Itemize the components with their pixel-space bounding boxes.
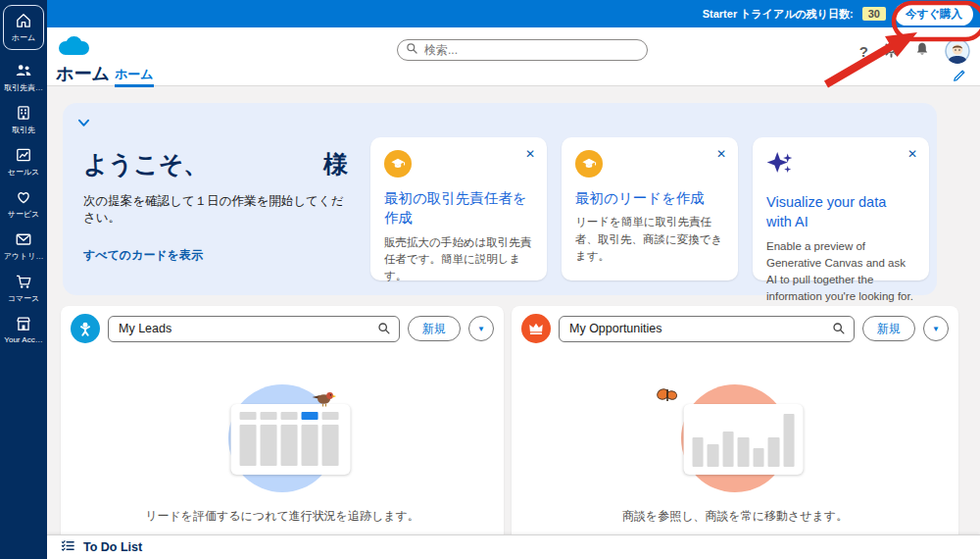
- opportunity-object-icon: [521, 314, 551, 343]
- storefront-icon: [15, 315, 32, 332]
- main-content: ようこそ、 様 次の提案を確認して１日の作業を開始してください。 すべてのカード…: [47, 86, 980, 559]
- welcome-title-suffix: 様: [323, 148, 348, 180]
- trial-days-badge: 30: [862, 7, 886, 21]
- butterfly-illustration: [657, 386, 680, 410]
- bell-icon[interactable]: [914, 41, 930, 61]
- global-search[interactable]: [397, 39, 648, 61]
- promo-card-title[interactable]: Visualize your data with AI: [766, 192, 915, 232]
- home-icon: [15, 12, 32, 29]
- my-opportunities-card: 新規 ▼ 商談を参照し、商談を常に移動させます。 レポートの表示 数: [512, 306, 958, 551]
- promo-card-body: リードを簡単に取引先責任者、取引先、商談に変換できます。: [575, 214, 724, 265]
- search-icon: [377, 322, 391, 339]
- tab-home[interactable]: ホーム: [115, 68, 154, 87]
- cart-icon: [15, 273, 32, 290]
- close-icon[interactable]: ✕: [907, 147, 917, 161]
- app-title: ホーム: [56, 62, 110, 85]
- task-list-icon: [61, 538, 75, 557]
- leads-kanban-graphic: [231, 404, 351, 475]
- leads-more-actions-button[interactable]: ▼: [468, 316, 494, 341]
- user-avatar[interactable]: [945, 38, 970, 64]
- contacts-icon: [15, 62, 32, 79]
- welcome-title: ようこそ、 様: [83, 148, 348, 180]
- search-icon: [406, 41, 418, 59]
- welcome-text-block: ようこそ、 様 次の提案を確認して１日の作業を開始してください。 すべてのカード…: [83, 148, 348, 264]
- promo-card-visualize-ai: ✕ Visualize your data with AI Enable a p…: [753, 137, 929, 280]
- sidebar-item-label: Your Acc…: [4, 335, 42, 344]
- opportunities-listview-combobox[interactable]: [559, 316, 855, 342]
- app-navigation-sidebar: ホーム 取引先責… 取引先 セールス サービス: [0, 0, 47, 559]
- graduation-cap-icon: [575, 150, 603, 178]
- my-opportunities-header: 新規 ▼: [512, 306, 958, 349]
- sidebar-item-label: 取引先責…: [4, 82, 43, 93]
- sparkles-icon: [766, 164, 794, 180]
- trial-banner: Starter トライアルの残り日数: 30 今すぐ購入: [47, 0, 980, 27]
- chart-frame-icon: [15, 146, 32, 164]
- chevron-down-icon[interactable]: [77, 115, 90, 132]
- leads-listview-combobox[interactable]: [108, 316, 400, 342]
- promo-card-title[interactable]: 最初の取引先責任者を作成: [384, 188, 533, 229]
- promo-card-title[interactable]: 最初のリードを作成: [575, 188, 724, 208]
- welcome-subtitle: 次の提案を確認して１日の作業を開始してください。: [83, 193, 348, 227]
- show-all-cards-link[interactable]: すべてのカードを表示: [83, 247, 348, 264]
- bird-illustration: [312, 388, 337, 411]
- chevron-down-icon: ▼: [932, 325, 940, 333]
- my-leads-card: 新規 ▼ リードを評価するにつれて進行状況を追跡します。 レポートの表示 数分前…: [61, 306, 504, 551]
- trial-days-label: Starter トライアルの残り日数:: [703, 7, 854, 22]
- opportunities-more-actions-button[interactable]: ▼: [923, 316, 949, 341]
- salesforce-cloud-logo: [56, 34, 91, 63]
- buy-now-button[interactable]: 今すぐ購入: [895, 3, 973, 25]
- lead-object-icon: [71, 314, 100, 343]
- sidebar-item-contacts[interactable]: 取引先責…: [3, 62, 44, 93]
- sidebar-item-label: ホーム: [12, 32, 35, 43]
- opportunities-empty-state-caption: 商談を参照し、商談を常に移動させます。: [512, 508, 958, 525]
- sidebar-item-label: コマース: [8, 293, 40, 304]
- edit-page-pencil-icon[interactable]: [953, 69, 966, 86]
- welcome-panel: ようこそ、 様 次の提案を確認して１日の作業を開始してください。 すべてのカード…: [63, 103, 937, 295]
- promo-card-create-contact: ✕ 最初の取引先責任者を作成 販売拡大の手始めは取引先責任者です。簡単に説明しま…: [370, 137, 547, 280]
- sidebar-item-your-account[interactable]: Your Acc…: [3, 315, 44, 344]
- gear-icon[interactable]: [883, 41, 900, 62]
- search-input[interactable]: [424, 43, 639, 57]
- leads-empty-state-caption: リードを評価するにつれて進行状況を追跡します。: [61, 508, 504, 525]
- header-utility-icons: ?: [859, 38, 970, 64]
- search-icon: [832, 322, 846, 339]
- building-icon: [15, 104, 32, 122]
- sidebar-item-label: サービス: [8, 209, 40, 220]
- leads-listview-input[interactable]: [109, 322, 399, 335]
- opportunities-listview-input[interactable]: [560, 322, 854, 335]
- sidebar-item-label: 取引先: [12, 125, 35, 135]
- envelope-icon: [15, 230, 32, 248]
- close-icon[interactable]: ✕: [525, 147, 535, 161]
- sidebar-item-commerce[interactable]: コマース: [3, 273, 44, 304]
- leads-new-button[interactable]: 新規: [408, 316, 461, 341]
- todo-list-label: To Do List: [83, 540, 142, 554]
- welcome-title-prefix: ようこそ、: [83, 148, 208, 180]
- sidebar-item-service[interactable]: サービス: [3, 188, 44, 220]
- promo-card-body: Enable a preview of Generative Canvas an…: [766, 238, 915, 306]
- opportunities-new-button[interactable]: 新規: [862, 316, 915, 341]
- sidebar-item-home[interactable]: ホーム: [3, 5, 44, 50]
- promo-card-create-lead: ✕ 最初のリードを作成 リードを簡単に取引先責任者、取引先、商談に変換できます。: [562, 137, 738, 280]
- sidebar-item-outreach[interactable]: アウトリ…: [3, 230, 44, 262]
- close-icon[interactable]: ✕: [716, 147, 726, 161]
- leads-empty-state-illustration: [61, 384, 504, 494]
- help-icon[interactable]: ?: [859, 43, 868, 60]
- sidebar-item-sales[interactable]: セールス: [3, 146, 44, 178]
- graduation-cap-icon: [384, 150, 412, 178]
- opportunities-empty-state-illustration: [512, 384, 958, 494]
- sidebar-item-label: アウトリ…: [4, 251, 44, 262]
- opportunities-barchart-graphic: [684, 404, 804, 475]
- heart-icon: [15, 188, 32, 206]
- todo-list-bar[interactable]: To Do List: [47, 534, 980, 559]
- sidebar-item-accounts[interactable]: 取引先: [3, 104, 44, 135]
- my-leads-header: 新規 ▼: [61, 306, 504, 349]
- salesforce-home-page: ホーム 取引先責… 取引先 セールス サービス: [0, 0, 980, 559]
- chevron-down-icon: ▼: [477, 325, 485, 333]
- promo-card-body: 販売拡大の手始めは取引先責任者です。簡単に説明します。: [384, 234, 533, 285]
- global-header: ? ホーム ホーム: [47, 27, 980, 86]
- sidebar-item-label: セールス: [8, 167, 40, 178]
